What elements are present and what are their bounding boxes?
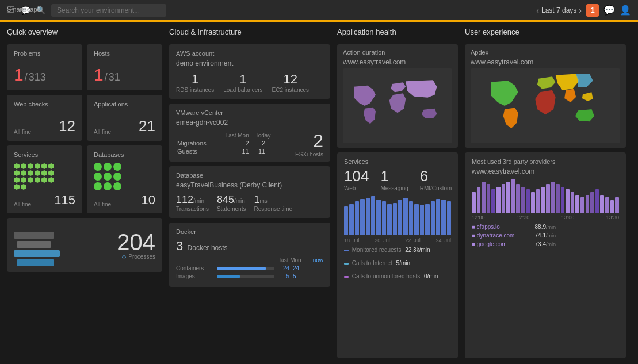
aws-rds-label: RDS instances (176, 87, 214, 93)
provider-bar-cell (521, 187, 525, 213)
db-subtitle: easyTravelBusiness (Derby Client) (176, 181, 323, 189)
vmware-card: VMware vCenter emea-gdn-vc002 Last Mon T… (169, 104, 330, 162)
hex-cell (48, 163, 54, 169)
provider-bar-cell (615, 197, 619, 213)
help-icon[interactable]: 💬 (603, 5, 615, 16)
provider-bar-cell (502, 184, 506, 213)
web-checks-title: Web checks (14, 101, 75, 108)
hosts-total: 31 (109, 71, 120, 83)
images-label: Images (176, 273, 213, 279)
migrations-trend: – (267, 140, 270, 147)
smartscape-layer-3 (14, 250, 60, 257)
smartscape-layer-2 (17, 241, 51, 248)
provider-value: 73.4/min (521, 241, 556, 247)
aws-lb-num: 1 (223, 72, 262, 87)
vm-table: Last Mon Today Migrations 2 2 – (176, 131, 272, 156)
provider-bar-cell (541, 187, 545, 213)
hex-cell (35, 170, 40, 176)
containers-last: 24 (278, 265, 289, 271)
problems-value-row: 1 / 313 (14, 65, 75, 85)
apdex-world-map (471, 68, 620, 143)
db-circle (113, 163, 121, 171)
hex-cell (48, 170, 54, 176)
legend-unmonitored-dot (344, 276, 349, 278)
svc-rmi: 6 RMI/Custom (420, 167, 452, 191)
services-health-title: Services (344, 158, 451, 165)
provider-bar-cell (496, 187, 501, 213)
time-range-label: Last 7 days (541, 6, 576, 14)
app-health-title: Application health (337, 28, 458, 36)
bar-cell (393, 203, 397, 235)
hex-cell (28, 170, 33, 176)
hex-cell (48, 177, 54, 183)
quick-overview-title: Quick overview (7, 28, 162, 36)
chart-label-0: 18. Jul (344, 237, 360, 243)
bar-cell (376, 200, 380, 235)
provider-bar-cell (605, 197, 609, 213)
db-circle (113, 173, 121, 181)
apdex-title: Apdex (471, 49, 620, 56)
bar-cell (441, 200, 445, 235)
hex-cell (35, 163, 40, 169)
aws-ec2-num: 12 (272, 72, 309, 87)
provider-bar-cell (610, 200, 614, 213)
time-label-2: 13:00 (561, 214, 575, 220)
bar-cell (349, 204, 353, 235)
chart-label-2: 22. Jul (405, 237, 421, 243)
vm-guests-row: Guests 11 11 – (177, 148, 270, 155)
provider-bar-cell (472, 192, 476, 213)
hex-cell (41, 177, 47, 183)
esxi-block: 2 ESXi hosts (295, 131, 323, 158)
cloud-col: AWS account demo environment 1 RDS insta… (169, 44, 330, 358)
db-transactions-label: Transactions (176, 206, 209, 212)
provider-stat-row: ■ dynatrace.com 74.1/min (472, 232, 619, 239)
provider-bar-cell (526, 189, 530, 213)
databases-title: Databases (94, 151, 155, 158)
user-icon[interactable]: 👤 (620, 5, 631, 16)
provider-bar-chart (472, 179, 619, 213)
databases-value: 10 (142, 193, 155, 208)
guests-trend: – (267, 148, 270, 155)
db-statements: 845/min Statements (217, 194, 246, 212)
docker-title: Docker (176, 228, 323, 235)
smartscape-layer-4 (17, 259, 54, 266)
hex-cell (41, 163, 47, 169)
hex-cell (21, 177, 26, 183)
provider-stat-row: ■ cfapps.io 88.9/min (472, 224, 619, 230)
action-duration-card: Action duration www.easytravel.com (337, 44, 458, 148)
services-title: Services (14, 151, 75, 158)
notification-badge[interactable]: 1 (586, 4, 599, 17)
sections-content-row: Problems 1 / 313 Hosts 1 / 31 (7, 44, 631, 358)
smartscape-card: Smartscape 204 ⚙ Processes (7, 218, 162, 272)
time-range-control: ‹ Last 7 days › (536, 6, 582, 15)
problems-card: Problems 1 / 313 (7, 44, 82, 90)
databases-card: Databases All fine 10 (87, 145, 162, 213)
action-duration-subtitle: www.easytravel.com (343, 58, 452, 66)
col-today: Today (250, 132, 271, 139)
svc-web-label: Web (344, 185, 369, 191)
bar-cell (387, 204, 391, 235)
hosts-red-value: 1 (94, 65, 104, 85)
docker-images-row: Images 5 5 (176, 273, 323, 279)
images-fill (217, 275, 240, 278)
provider-bar-cell (487, 184, 491, 213)
legend-row: Monitored requests 22.3k/min Calls to In… (344, 247, 451, 279)
hex-cell (14, 177, 20, 183)
world-map (343, 68, 452, 143)
provider-chart-labels: 12:00 12:30 13:00 13:30 (472, 214, 619, 220)
services-hex-grid (14, 163, 54, 190)
sections-title-row: Quick overview Cloud & infrastructure Ap… (7, 28, 631, 41)
problems-total: 313 (29, 71, 46, 83)
services-card: Services All fine 115 (7, 145, 82, 213)
search-input[interactable] (51, 4, 166, 17)
db-statements-label: Statements (217, 206, 246, 212)
legend-unmonitored-val: 0/min (424, 273, 438, 279)
aws-title: AWS account (176, 50, 323, 57)
quick-overview-col: Problems 1 / 313 Hosts 1 / 31 (7, 44, 162, 358)
time-prev-button[interactable]: ‹ (536, 6, 539, 15)
containers-bar (217, 267, 274, 270)
time-next-button[interactable]: › (579, 6, 582, 15)
topnav-right: ‹ Last 7 days › 1 💬 👤 (536, 4, 631, 17)
docker-hosts-label: Docker hosts (188, 244, 228, 252)
db-response-label: Response time (254, 206, 292, 212)
